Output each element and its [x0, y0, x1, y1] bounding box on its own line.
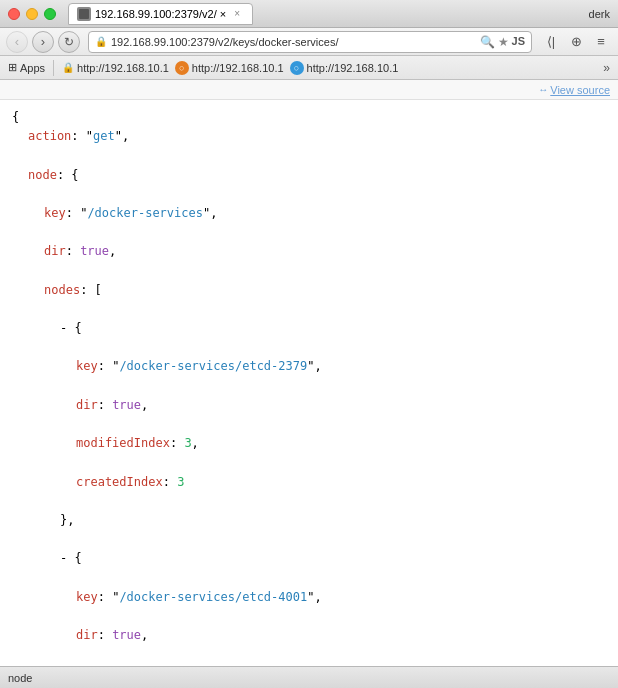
search-icon[interactable]: 🔍	[480, 35, 495, 49]
bookmark-favicon-1: 🔒	[62, 62, 74, 73]
bookmarks-overflow[interactable]: »	[603, 61, 610, 75]
bookmark-label-1: http://192.168.10.1	[77, 62, 169, 74]
bookmark-label-3: http://192.168.10.1	[307, 62, 399, 74]
address-bar[interactable]: 🔒 192.168.99.100:2379/v2/keys/docker-ser…	[88, 31, 532, 53]
address-text: 192.168.99.100:2379/v2/keys/docker-servi…	[111, 36, 476, 48]
title-bar: 192.168.99.100:2379/v2/ × × derk	[0, 0, 618, 28]
bookmark-label-2: http://192.168.10.1	[192, 62, 284, 74]
back-button[interactable]: ‹	[6, 31, 28, 53]
close-button[interactable]	[8, 8, 20, 20]
view-source-link[interactable]: View source	[550, 84, 610, 96]
bookmark-item-3[interactable]: ○ http://192.168.10.1	[290, 61, 399, 75]
sidebar-icon[interactable]: ⟨|	[540, 31, 562, 53]
star-icon[interactable]: ★	[498, 35, 509, 49]
reload-button[interactable]: ↻	[58, 31, 80, 53]
view-source-bar: ↔ View source	[0, 80, 618, 100]
content-area: { action: "get", node: { key: "/docker-s…	[0, 100, 618, 666]
tab-bar: 192.168.99.100:2379/v2/ × ×	[68, 3, 577, 25]
bookmarks-bar: ⊞ Apps 🔒 http://192.168.10.1 ○ http://19…	[0, 56, 618, 80]
maximize-button[interactable]	[44, 8, 56, 20]
tab-close-icon[interactable]: ×	[230, 7, 244, 21]
nav-right-buttons: ⟨| ⊕ ≡	[540, 31, 612, 53]
address-icons: 🔍 ★ JS	[480, 35, 525, 49]
minimize-button[interactable]	[26, 8, 38, 20]
bookmark-favicon-3: ○	[290, 61, 304, 75]
tab-label: 192.168.99.100:2379/v2/ ×	[95, 8, 226, 20]
apps-grid-icon: ⊞	[8, 61, 17, 74]
bookmarks-apps[interactable]: ⊞ Apps	[8, 61, 45, 74]
bookmark-favicon-2: ○	[175, 61, 189, 75]
bookmark-item-1[interactable]: 🔒 http://192.168.10.1	[62, 62, 169, 74]
window-title: derk	[589, 8, 610, 20]
lock-icon: 🔒	[95, 36, 107, 47]
readinglist-icon[interactable]: JS	[512, 35, 525, 49]
arrows-icon: ↔	[538, 84, 548, 95]
status-bar: node	[0, 666, 618, 688]
json-output: { action: "get", node: { key: "/docker-s…	[12, 108, 606, 666]
status-text: node	[8, 672, 32, 684]
bookmarks-separator-1	[53, 60, 54, 76]
traffic-lights	[8, 8, 56, 20]
bookmark-item-2[interactable]: ○ http://192.168.10.1	[175, 61, 284, 75]
forward-button[interactable]: ›	[32, 31, 54, 53]
tab-favicon	[77, 7, 91, 21]
share-icon[interactable]: ⊕	[565, 31, 587, 53]
menu-icon[interactable]: ≡	[590, 31, 612, 53]
apps-label: Apps	[20, 62, 45, 74]
nav-bar: ‹ › ↻ 🔒 192.168.99.100:2379/v2/keys/dock…	[0, 28, 618, 56]
active-tab[interactable]: 192.168.99.100:2379/v2/ × ×	[68, 3, 253, 25]
